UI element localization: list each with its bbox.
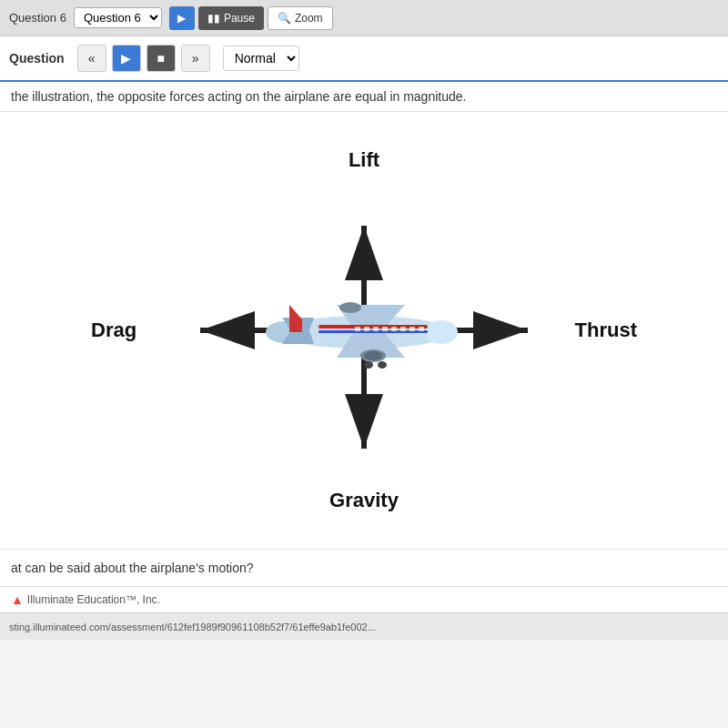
zoom-icon: 🔍 [278, 12, 291, 25]
fastforward-btn[interactable]: » [181, 45, 210, 72]
toolbar: Question « ▶ ■ » Normal Slow Fast [0, 36, 728, 82]
svg-rect-26 [419, 327, 424, 331]
company-name: Illuminate Education™, Inc. [27, 593, 160, 606]
stop-btn[interactable]: ■ [147, 45, 176, 72]
pause-icon: ▮▮ [207, 12, 220, 25]
svg-point-28 [364, 351, 382, 360]
svg-point-9 [425, 320, 458, 344]
svg-rect-19 [355, 327, 360, 331]
svg-rect-21 [373, 327, 379, 331]
speed-select[interactable]: Normal Slow Fast [223, 46, 299, 71]
zoom-btn[interactable]: 🔍 Zoom [268, 6, 333, 30]
question-text-bar: at can be said about the airplane's moti… [0, 549, 728, 586]
diagram-area: Lift Gravity Drag Thrust [0, 112, 728, 549]
thrust-label: Thrust [575, 318, 637, 342]
top-bar: Question 6 Question 6 ▶ ▮▮ Pause 🔍 Zoom [0, 0, 728, 36]
svg-rect-22 [382, 327, 388, 331]
drag-label: Drag [91, 318, 136, 342]
airplane-image [264, 285, 464, 376]
gravity-label: Gravity [329, 489, 399, 512]
svg-marker-16 [289, 305, 302, 332]
svg-rect-20 [364, 327, 369, 331]
svg-point-29 [339, 302, 361, 313]
play-btn[interactable]: ▶ [112, 45, 141, 72]
svg-rect-25 [410, 327, 415, 331]
question-dropdown[interactable]: Question 6 [74, 7, 162, 28]
nav-forward-btn[interactable]: ▶ [169, 6, 195, 30]
question-toolbar-label: Question [9, 51, 65, 66]
zoom-label: Zoom [295, 12, 323, 25]
pause-btn[interactable]: ▮▮ Pause [198, 6, 264, 30]
description-text: the illustration, the opposite forces ac… [11, 89, 466, 104]
url-text: sting.illuminateed.com/assessment/612fef… [9, 622, 376, 632]
svg-point-31 [378, 361, 387, 369]
svg-rect-24 [400, 327, 406, 331]
diagram-wrapper: Lift Gravity Drag Thrust [91, 139, 637, 521]
description-bar: the illustration, the opposite forces ac… [0, 82, 728, 112]
lift-label: Lift [349, 148, 379, 172]
pause-label: Pause [224, 12, 255, 25]
svg-point-30 [364, 361, 373, 369]
footer: ▲ Illuminate Education™, Inc. [0, 586, 728, 612]
airplane-svg [264, 285, 464, 376]
svg-rect-23 [391, 327, 397, 331]
url-bar: sting.illuminateed.com/assessment/612fef… [0, 612, 728, 640]
question-number-label: Question 6 [9, 11, 66, 25]
rewind-btn[interactable]: « [77, 45, 106, 72]
question-text: at can be said about the airplane's moti… [11, 561, 254, 575]
company-logo-icon: ▲ [11, 592, 24, 607]
